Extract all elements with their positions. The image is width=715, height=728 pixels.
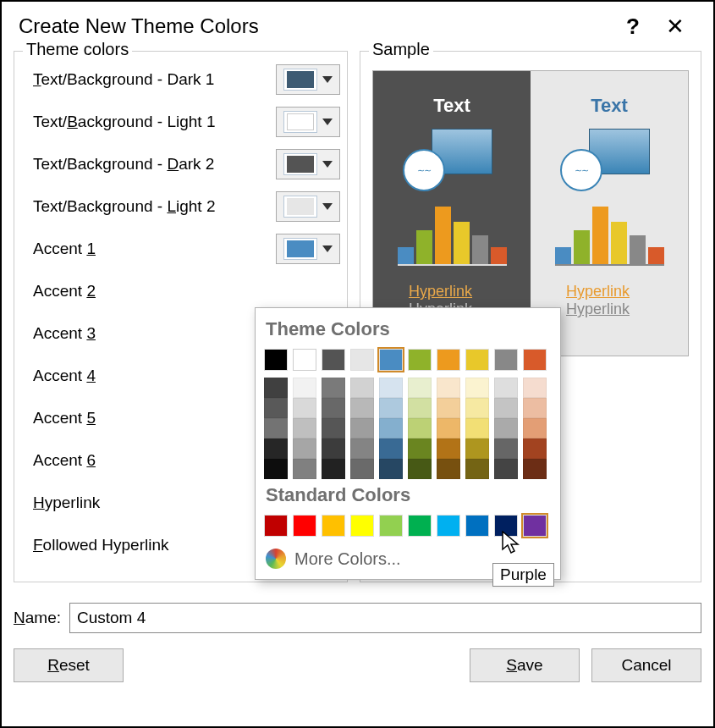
theme-shade-swatch[interactable] <box>465 398 489 418</box>
theme-shade-swatch[interactable] <box>408 418 432 438</box>
sample-bar <box>491 247 507 264</box>
save-button[interactable]: Save <box>470 648 580 682</box>
theme-shade-swatch[interactable] <box>293 438 316 459</box>
theme-shade-swatch[interactable] <box>264 459 288 479</box>
theme-shade-swatch[interactable] <box>379 378 403 398</box>
theme-shade-swatch[interactable] <box>322 438 345 459</box>
standard-color-swatch[interactable] <box>494 515 518 537</box>
standard-color-swatch[interactable] <box>322 515 345 537</box>
theme-shade-swatch[interactable] <box>465 378 489 398</box>
sample-light-shapes: ∼∼ <box>558 129 660 190</box>
standard-color-swatch[interactable] <box>408 515 432 537</box>
theme-shade-swatch[interactable] <box>437 418 460 438</box>
theme-color-swatch[interactable] <box>264 349 288 371</box>
sample-dark-text: Text <box>433 95 470 117</box>
color-dropdown-text-background-dark-2[interactable] <box>276 149 340 179</box>
theme-shade-swatch[interactable] <box>494 378 518 398</box>
theme-shade-swatch[interactable] <box>494 418 518 438</box>
theme-shade-swatch[interactable] <box>494 438 518 459</box>
theme-shade-swatch[interactable] <box>379 459 403 479</box>
close-button[interactable]: ✕ <box>654 14 696 40</box>
theme-shade-swatch[interactable] <box>350 418 374 438</box>
sample-bar <box>555 247 571 264</box>
theme-color-shades <box>264 378 552 479</box>
color-dropdown-text-background-dark-1[interactable] <box>276 64 340 95</box>
theme-shade-swatch[interactable] <box>379 418 403 438</box>
theme-color-swatch[interactable] <box>379 349 403 371</box>
standard-color-swatch[interactable] <box>350 515 374 537</box>
theme-shade-swatch[interactable] <box>408 438 432 459</box>
name-row: Name: <box>14 603 701 633</box>
theme-shade-swatch[interactable] <box>523 438 547 459</box>
theme-shade-swatch[interactable] <box>322 418 345 438</box>
sample-dark-shapes: ∼∼ <box>401 129 503 190</box>
reset-button[interactable]: Reset <box>14 648 124 682</box>
theme-color-swatch[interactable] <box>523 349 547 371</box>
theme-shade-swatch[interactable] <box>465 438 489 459</box>
theme-shade-swatch[interactable] <box>264 398 288 418</box>
theme-shade-swatch[interactable] <box>293 459 316 479</box>
color-label-followed-hyperlink: Followed Hyperlink <box>33 536 271 554</box>
standard-color-swatch[interactable] <box>264 515 288 537</box>
theme-shade-swatch[interactable] <box>523 398 547 418</box>
theme-shade-swatch[interactable] <box>322 398 345 418</box>
standard-color-swatch[interactable] <box>379 515 403 537</box>
theme-shade-swatch[interactable] <box>408 378 432 398</box>
sample-bar <box>398 247 414 264</box>
sample-bar <box>574 230 590 264</box>
theme-color-swatch[interactable] <box>494 349 518 371</box>
theme-shade-swatch[interactable] <box>293 378 316 398</box>
color-wheel-icon <box>266 549 286 569</box>
theme-color-swatch[interactable] <box>322 349 345 371</box>
swatch-icon <box>283 111 317 133</box>
theme-color-swatch[interactable] <box>293 349 316 371</box>
color-row-accent-1: Accent 1 <box>33 228 340 270</box>
name-input[interactable] <box>69 603 701 633</box>
sample-bar <box>630 235 646 264</box>
color-dropdown-text-background-light-1[interactable] <box>276 107 340 137</box>
color-label-text-background-dark-1: Text/Background - Dark 1 <box>33 70 271 89</box>
theme-shade-swatch[interactable] <box>437 459 460 479</box>
theme-shade-swatch[interactable] <box>322 378 345 398</box>
theme-shade-swatch[interactable] <box>264 378 288 398</box>
help-button[interactable]: ? <box>612 14 654 40</box>
theme-shade-swatch[interactable] <box>494 398 518 418</box>
theme-shade-swatch[interactable] <box>379 438 403 459</box>
theme-color-swatch[interactable] <box>408 349 432 371</box>
theme-shade-swatch[interactable] <box>350 378 374 398</box>
theme-shade-swatch[interactable] <box>465 418 489 438</box>
chevron-down-icon <box>322 245 333 252</box>
theme-shade-swatch[interactable] <box>350 438 374 459</box>
theme-shade-swatch[interactable] <box>523 459 547 479</box>
more-colors-label: More Colors... <box>294 549 401 569</box>
theme-shade-swatch[interactable] <box>293 418 316 438</box>
standard-colors-heading: Standard Colors <box>266 484 552 506</box>
theme-shade-swatch[interactable] <box>494 459 518 479</box>
theme-shade-swatch[interactable] <box>350 398 374 418</box>
theme-shade-swatch[interactable] <box>322 459 345 479</box>
theme-color-swatch[interactable] <box>350 349 374 371</box>
standard-color-swatch[interactable] <box>465 515 489 537</box>
sample-legend: Sample <box>369 40 433 59</box>
theme-shade-swatch[interactable] <box>264 418 288 438</box>
theme-shade-swatch[interactable] <box>408 459 432 479</box>
theme-shade-swatch[interactable] <box>379 398 403 418</box>
color-dropdown-text-background-light-2[interactable] <box>276 191 340 222</box>
theme-shade-swatch[interactable] <box>523 378 547 398</box>
theme-shade-swatch[interactable] <box>293 398 316 418</box>
standard-color-swatch[interactable] <box>293 515 316 537</box>
theme-shade-swatch[interactable] <box>350 459 374 479</box>
cancel-button[interactable]: Cancel <box>591 648 701 682</box>
theme-shade-swatch[interactable] <box>437 378 460 398</box>
standard-color-swatch[interactable] <box>523 515 547 537</box>
theme-shade-swatch[interactable] <box>264 438 288 459</box>
standard-color-swatch[interactable] <box>437 515 460 537</box>
color-dropdown-accent-1[interactable] <box>276 234 340 264</box>
theme-color-swatch[interactable] <box>465 349 489 371</box>
theme-shade-swatch[interactable] <box>523 418 547 438</box>
theme-color-swatch[interactable] <box>437 349 460 371</box>
theme-shade-swatch[interactable] <box>408 398 432 418</box>
theme-shade-swatch[interactable] <box>437 398 460 418</box>
theme-shade-swatch[interactable] <box>465 459 489 479</box>
theme-shade-swatch[interactable] <box>437 438 460 459</box>
